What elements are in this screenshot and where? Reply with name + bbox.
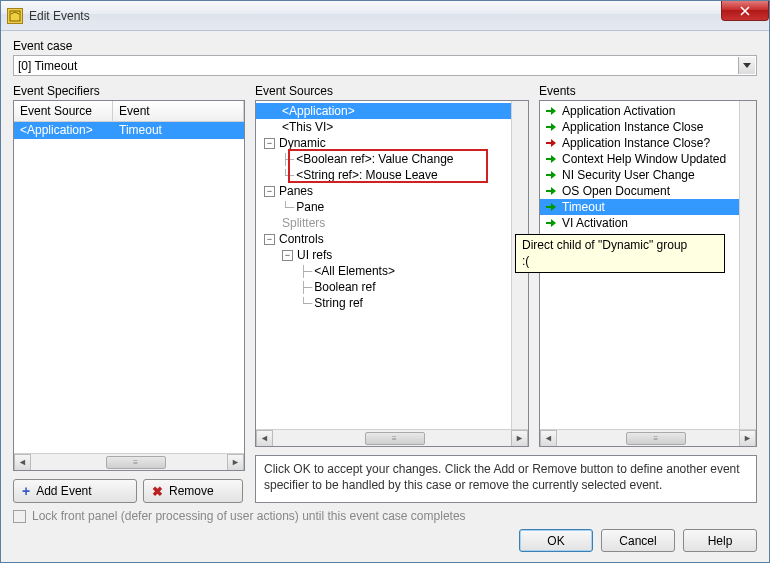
vscrollbar[interactable] bbox=[739, 101, 756, 429]
tree-node-controls[interactable]: − Controls bbox=[256, 231, 511, 247]
event-arrow-icon bbox=[546, 106, 556, 116]
event-item[interactable]: Context Help Window Updated bbox=[540, 151, 739, 167]
titlebar[interactable]: Edit Events bbox=[1, 1, 769, 31]
event-item-label: OS Open Document bbox=[562, 184, 670, 198]
ok-button[interactable]: OK bbox=[519, 529, 593, 552]
window-title: Edit Events bbox=[29, 9, 90, 23]
app-icon bbox=[7, 8, 23, 24]
event-sources-label: Event Sources bbox=[255, 84, 529, 98]
specifier-event: Timeout bbox=[113, 122, 244, 139]
tree-node-application[interactable]: <Application> bbox=[256, 103, 511, 119]
col-event-source[interactable]: Event Source bbox=[14, 101, 113, 121]
event-arrow-icon bbox=[546, 138, 556, 148]
scroll-thumb[interactable]: ≡ bbox=[626, 432, 686, 445]
event-item-label: Context Help Window Updated bbox=[562, 152, 726, 166]
event-item[interactable]: NI Security User Change bbox=[540, 167, 739, 183]
tree-connector-icon: └─ bbox=[282, 201, 293, 214]
event-item[interactable]: Application Instance Close? bbox=[540, 135, 739, 151]
event-item[interactable]: Application Activation bbox=[540, 103, 739, 119]
dropdown-button[interactable] bbox=[738, 57, 755, 74]
event-arrow-icon bbox=[546, 122, 556, 132]
tree-node-panes[interactable]: − Panes bbox=[256, 183, 511, 199]
help-button[interactable]: Help bbox=[683, 529, 757, 552]
event-arrow-icon bbox=[546, 170, 556, 180]
edit-events-dialog: Edit Events Event case [0] Timeout Event… bbox=[0, 0, 770, 563]
collapse-icon[interactable]: − bbox=[264, 234, 275, 245]
hscrollbar[interactable]: ◄ ≡ ► bbox=[256, 429, 528, 446]
scroll-left-icon[interactable]: ◄ bbox=[14, 454, 31, 471]
annotation-tooltip: Direct child of "Dynamic" group:( bbox=[515, 234, 725, 273]
specifier-source: <Application> bbox=[14, 122, 113, 139]
event-item[interactable]: Application Instance Close bbox=[540, 119, 739, 135]
add-event-button[interactable]: + Add Event bbox=[13, 479, 137, 503]
event-arrow-icon bbox=[546, 202, 556, 212]
scroll-right-icon[interactable]: ► bbox=[227, 454, 244, 471]
tree-connector-icon: └─ bbox=[300, 297, 311, 310]
events-label: Events bbox=[539, 84, 757, 98]
dialog-content: Event case [0] Timeout Event Specifiers … bbox=[1, 31, 769, 562]
event-item-label: Application Instance Close bbox=[562, 120, 703, 134]
lock-panel-label: Lock front panel (defer processing of us… bbox=[32, 509, 466, 523]
event-item-label: NI Security User Change bbox=[562, 168, 695, 182]
events-listbox[interactable]: Application ActivationApplication Instan… bbox=[539, 100, 757, 447]
collapse-icon[interactable]: − bbox=[264, 186, 275, 197]
collapse-icon[interactable]: − bbox=[264, 138, 275, 149]
x-icon: ✖ bbox=[152, 484, 163, 499]
collapse-icon[interactable]: − bbox=[282, 250, 293, 261]
close-button[interactable] bbox=[721, 1, 769, 21]
instructions-text: Click OK to accept your changes. Click t… bbox=[255, 455, 757, 503]
tree-node-strref[interactable]: └─ String ref bbox=[256, 295, 511, 311]
lock-panel-row: Lock front panel (defer processing of us… bbox=[13, 509, 757, 523]
event-case-select[interactable]: [0] Timeout bbox=[13, 55, 757, 76]
tooltip-text: Direct child of "Dynamic" group:( bbox=[522, 238, 687, 268]
event-arrow-icon bbox=[546, 154, 556, 164]
annotation-highlight bbox=[288, 149, 488, 183]
hscrollbar[interactable]: ◄ ≡ ► bbox=[540, 429, 756, 446]
event-item[interactable]: VI Activation bbox=[540, 215, 739, 231]
specifiers-header: Event Source Event bbox=[14, 101, 244, 122]
event-item-label: Application Activation bbox=[562, 104, 675, 118]
plus-icon: + bbox=[22, 483, 30, 499]
event-arrow-icon bbox=[546, 218, 556, 228]
scroll-left-icon[interactable]: ◄ bbox=[540, 430, 557, 447]
tree-connector-icon: ├─ bbox=[300, 265, 311, 278]
event-case-label: Event case bbox=[13, 39, 757, 53]
cancel-button[interactable]: Cancel bbox=[601, 529, 675, 552]
event-item[interactable]: Timeout bbox=[540, 199, 739, 215]
col-event[interactable]: Event bbox=[113, 101, 244, 121]
remove-label: Remove bbox=[169, 484, 214, 498]
scroll-left-icon[interactable]: ◄ bbox=[256, 430, 273, 447]
event-case-value: [0] Timeout bbox=[18, 59, 77, 73]
hscrollbar[interactable]: ◄ ≡ ► bbox=[14, 453, 244, 470]
add-event-label: Add Event bbox=[36, 484, 91, 498]
specifier-row[interactable]: <Application> Timeout bbox=[14, 122, 244, 139]
scroll-thumb[interactable]: ≡ bbox=[106, 456, 166, 469]
tree-node-uirefs[interactable]: − UI refs bbox=[256, 247, 511, 263]
tree-node-boolref[interactable]: ├─ Boolean ref bbox=[256, 279, 511, 295]
specifiers-label: Event Specifiers bbox=[13, 84, 245, 98]
tree-node-pane[interactable]: └─ Pane bbox=[256, 199, 511, 215]
lock-panel-checkbox[interactable] bbox=[13, 510, 26, 523]
event-sources-tree[interactable]: <Application> <This VI> − bbox=[255, 100, 529, 447]
event-item-label: Application Instance Close? bbox=[562, 136, 710, 150]
scroll-right-icon[interactable]: ► bbox=[511, 430, 528, 447]
event-item-label: VI Activation bbox=[562, 216, 628, 230]
remove-button[interactable]: ✖ Remove bbox=[143, 479, 243, 503]
event-item[interactable]: OS Open Document bbox=[540, 183, 739, 199]
event-arrow-icon bbox=[546, 186, 556, 196]
tree-node-allelements[interactable]: ├─ <All Elements> bbox=[256, 263, 511, 279]
tree-node-splitters: Splitters bbox=[256, 215, 511, 231]
tree-connector-icon: ├─ bbox=[300, 281, 311, 294]
event-item-label: Timeout bbox=[562, 200, 605, 214]
tree-node-thisvi[interactable]: <This VI> bbox=[256, 119, 511, 135]
scroll-thumb[interactable]: ≡ bbox=[365, 432, 425, 445]
specifiers-listbox[interactable]: Event Source Event <Application> Timeout… bbox=[13, 100, 245, 471]
scroll-right-icon[interactable]: ► bbox=[739, 430, 756, 447]
